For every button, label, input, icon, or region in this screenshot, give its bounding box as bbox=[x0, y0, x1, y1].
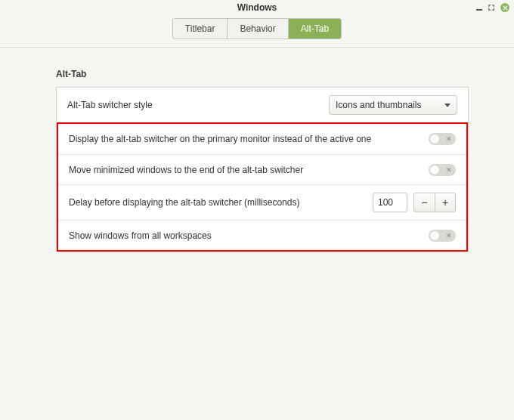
row-switcher-style: Alt-Tab switcher style Icons and thumbna… bbox=[57, 88, 468, 122]
settings-panel: Alt-Tab switcher style Icons and thumbna… bbox=[56, 87, 469, 252]
svg-rect-0 bbox=[476, 9, 482, 11]
maximize-button[interactable] bbox=[488, 5, 494, 11]
window-controls bbox=[476, 0, 509, 15]
toggle-knob bbox=[429, 134, 440, 144]
toggle-primary-monitor[interactable]: ✕ bbox=[429, 133, 456, 145]
maximize-icon bbox=[488, 5, 494, 11]
row-all-workspaces: Show windows from all workspaces ✕ bbox=[58, 220, 466, 250]
label-all-workspaces: Show windows from all workspaces bbox=[69, 230, 212, 241]
toggle-knob bbox=[429, 230, 440, 241]
toggle-knob bbox=[429, 165, 440, 175]
combo-switcher-style[interactable]: Icons and thumbnails bbox=[329, 95, 457, 115]
toggle-minimized-end[interactable]: ✕ bbox=[429, 164, 456, 176]
label-minimized-end: Move minimized windows to the end of the… bbox=[69, 165, 303, 175]
window-titlebar: Windows bbox=[0, 0, 514, 15]
tab-alttab[interactable]: Alt-Tab bbox=[289, 19, 341, 39]
row-delay: Delay before displaying the alt-tab swit… bbox=[58, 184, 466, 220]
tab-behavior[interactable]: Behavior bbox=[228, 19, 288, 39]
minimize-button[interactable] bbox=[476, 5, 482, 11]
toggle-off-icon: ✕ bbox=[446, 136, 452, 143]
tab-titlebar[interactable]: Titlebar bbox=[173, 19, 228, 39]
input-delay[interactable] bbox=[373, 193, 407, 212]
minimize-icon bbox=[476, 5, 482, 11]
toggle-off-icon: ✕ bbox=[446, 166, 452, 173]
label-switcher-style: Alt-Tab switcher style bbox=[67, 100, 153, 110]
tab-bar: Titlebar Behavior Alt-Tab bbox=[0, 18, 514, 48]
delay-decrement-button[interactable]: − bbox=[413, 193, 435, 212]
label-delay: Delay before displaying the alt-tab swit… bbox=[69, 197, 299, 208]
stepper-delay: − + bbox=[373, 193, 456, 212]
combo-value: Icons and thumbnails bbox=[336, 100, 421, 110]
section-title: Alt-Tab bbox=[56, 69, 469, 79]
tab-set: Titlebar Behavior Alt-Tab bbox=[172, 18, 342, 39]
row-minimized-end: Move minimized windows to the end of the… bbox=[58, 154, 466, 184]
highlighted-settings: Display the alt-tab switcher on the prim… bbox=[57, 122, 468, 252]
close-icon bbox=[503, 5, 508, 11]
toggle-all-workspaces[interactable]: ✕ bbox=[429, 230, 456, 242]
row-primary-monitor: Display the alt-tab switcher on the prim… bbox=[58, 124, 466, 154]
delay-increment-button[interactable]: + bbox=[435, 193, 456, 212]
window-title: Windows bbox=[237, 2, 277, 13]
chevron-down-icon bbox=[444, 100, 451, 110]
content-area: Alt-Tab Alt-Tab switcher style Icons and… bbox=[0, 48, 514, 252]
label-primary-monitor: Display the alt-tab switcher on the prim… bbox=[69, 134, 371, 144]
close-button[interactable] bbox=[500, 3, 509, 12]
toggle-off-icon: ✕ bbox=[446, 232, 452, 239]
